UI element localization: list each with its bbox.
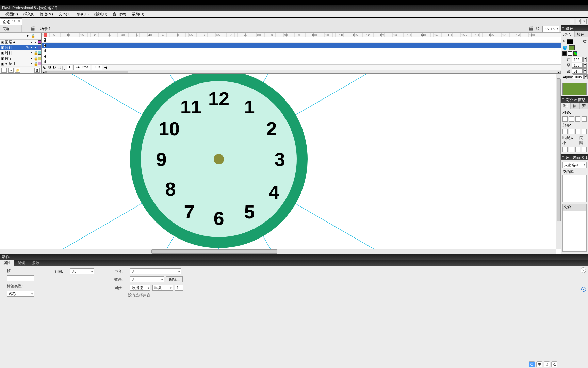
clock-11[interactable]: 11	[180, 96, 201, 118]
menu-insert[interactable]: 插入(I)	[21, 11, 37, 17]
match-width-icon[interactable]	[562, 147, 568, 152]
tab-close-icon[interactable]: ×	[17, 20, 21, 23]
zoom-field[interactable]: 279%	[542, 26, 559, 32]
window-close-icon[interactable]: ×	[582, 19, 587, 24]
layer-lock-dot[interactable]: •	[34, 40, 37, 44]
library-list[interactable]	[562, 211, 587, 252]
add-folder-icon[interactable]: 📁	[15, 68, 20, 73]
swatches-tab[interactable]: 颜色样	[575, 31, 588, 37]
clock-8[interactable]: 8	[165, 178, 176, 200]
menu-help[interactable]: 帮助(H)	[129, 11, 147, 17]
delete-layer-icon[interactable]: 🗑	[34, 68, 40, 73]
edit-symbol-icon[interactable]: ⬡	[536, 26, 542, 32]
stage[interactable]: 12 1 2 3 4 5 6 7 8 9 10 11	[0, 74, 442, 251]
alpha-input[interactable]: 100%	[573, 74, 584, 79]
clock-center[interactable]	[214, 154, 224, 164]
red-input[interactable]: 102	[572, 57, 583, 62]
clock-1[interactable]: 1	[244, 96, 255, 118]
layer-color-chip[interactable]	[38, 46, 41, 49]
layer-visible-dot[interactable]: •	[30, 51, 33, 55]
stage-area[interactable]: 12 1 2 3 4 5 6 7 8 9 10 11	[0, 74, 561, 254]
spinner-icon[interactable]: ▴▾	[583, 63, 587, 68]
layer-row[interactable]: ▣ 图层 1 • 🔒	[0, 61, 41, 67]
edit-effect-button[interactable]: 编辑...	[166, 276, 183, 282]
layer-visible-dot[interactable]: •	[30, 56, 33, 60]
dist-vcenter-icon[interactable]	[569, 129, 574, 134]
menu-control[interactable]: 控制(O)	[92, 11, 110, 17]
layer-color-chip[interactable]	[38, 62, 41, 65]
menu-view[interactable]: 视图(V)	[3, 11, 21, 17]
swap-colors-icon[interactable]	[573, 51, 577, 56]
menu-commands[interactable]: 命令(C)	[74, 11, 92, 17]
parameters-tab[interactable]: 参数	[29, 260, 43, 266]
sync-mode-select[interactable]: 数据流	[130, 285, 150, 291]
onion-outline-icon[interactable]: ◐	[53, 65, 56, 70]
sync-count-input[interactable]: 1	[175, 285, 183, 291]
frame-rows[interactable]	[42, 37, 561, 64]
ime-lang[interactable]: 中	[536, 361, 542, 367]
ime-q[interactable]: Q	[529, 361, 535, 367]
menu-text[interactable]: 文本(T)	[56, 11, 74, 17]
stroke-color-swatch[interactable]	[567, 39, 573, 44]
align-panel-header[interactable]: 对齐 & 信息 &	[561, 96, 588, 103]
green-input[interactable]: 153	[572, 63, 583, 68]
frame-name-input[interactable]	[7, 275, 34, 281]
blue-input[interactable]: 51	[572, 68, 583, 74]
layer-color-chip[interactable]	[38, 40, 41, 44]
scroll-thumb[interactable]	[151, 249, 277, 254]
info-tab[interactable]: 信息	[571, 103, 580, 109]
stage-hscroll[interactable]	[0, 249, 556, 254]
effect-select[interactable]: 无	[130, 276, 164, 282]
clock-10[interactable]: 10	[159, 118, 180, 140]
layer-lock-icon[interactable]: 🔒	[34, 51, 37, 55]
layer-lock-icon[interactable]: 🔒	[34, 56, 37, 61]
spinner-icon[interactable]: ▴▾	[583, 68, 587, 74]
spinner-icon[interactable]: ▴▾	[584, 74, 588, 79]
layer-visible-dot[interactable]: •	[30, 62, 33, 66]
window-minimize-icon[interactable]: _	[570, 19, 574, 24]
back-icon[interactable]: ⇦	[22, 26, 29, 32]
layer-color-chip[interactable]	[38, 51, 41, 55]
align-left-icon[interactable]	[562, 116, 568, 122]
clock-3[interactable]: 3	[274, 148, 285, 170]
layer-row[interactable]: ▣ 图层 4 • •	[0, 40, 41, 45]
library-doc-select[interactable]: 未命名-1	[562, 162, 587, 168]
black-white-icon[interactable]	[562, 51, 567, 56]
sync-loop-select[interactable]: 重复	[152, 285, 173, 291]
tween-select[interactable]: 无	[70, 268, 94, 274]
timeline-tab[interactable]: 间轴	[1, 25, 22, 32]
dist-left-icon[interactable]	[582, 129, 587, 134]
library-name-header[interactable]: 名称	[562, 204, 587, 211]
lock-column-icon[interactable]: 🔒	[31, 34, 34, 37]
edit-scene-icon[interactable]: 🎬	[528, 26, 534, 32]
eye-column-icon[interactable]: 👁	[26, 34, 29, 37]
outline-column-icon[interactable]: □	[36, 34, 40, 37]
clock-7[interactable]: 7	[184, 201, 194, 223]
dist-bottom-icon[interactable]	[575, 129, 581, 134]
edit-multiple-icon[interactable]: ⬚	[58, 65, 61, 70]
document-tab[interactable]: 命名-1* ×	[0, 18, 22, 25]
sound-select[interactable]: 无	[130, 268, 181, 274]
layer-row[interactable]: ▣ 分针 ✎ • •	[0, 45, 41, 50]
info-icon[interactable]: ●	[581, 287, 586, 292]
transform-tab[interactable]: 变	[580, 103, 588, 109]
ime-moon-icon[interactable]: ☽	[544, 361, 550, 367]
onion-skin-icon[interactable]: ◑	[48, 65, 51, 70]
align-hcenter-icon[interactable]	[569, 116, 574, 122]
scroll-left-icon[interactable]: ◄	[42, 71, 46, 73]
menu-window[interactable]: 窗口(W)	[110, 11, 129, 17]
space-h-icon[interactable]	[582, 147, 587, 152]
timeline-ruler[interactable]: 1510152025303540455055606570758085909510…	[42, 33, 561, 37]
clock-2[interactable]: 2	[266, 118, 277, 140]
scroll-thumb[interactable]	[557, 78, 561, 221]
layer-visible-dot[interactable]: •	[30, 45, 33, 49]
ime-mode[interactable]: ·1	[551, 361, 557, 367]
labeltype-select[interactable]: 名称	[7, 291, 34, 297]
scroll-thumb[interactable]	[46, 71, 128, 73]
layer-row[interactable]: ▣ 数字 • 🔒	[0, 56, 41, 61]
stage-vscroll[interactable]	[556, 74, 561, 249]
match-height-icon[interactable]	[569, 147, 574, 152]
match-both-icon[interactable]	[575, 147, 581, 152]
layer-row[interactable]: ▣ 时针 • 🔒	[0, 50, 41, 56]
layer-color-chip[interactable]	[38, 57, 41, 60]
